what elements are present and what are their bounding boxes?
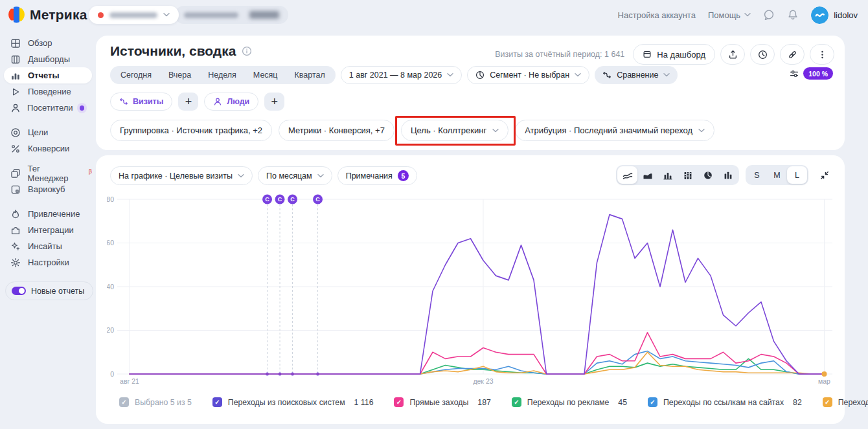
chart-type-stacked-area[interactable] — [637, 166, 657, 184]
sidebar-item-play[interactable]: Поведение — [4, 83, 92, 100]
sampling-badge: 100 % — [803, 67, 833, 80]
chat-icon[interactable] — [763, 9, 775, 21]
sidebar-item-sparkles[interactable]: Инсайты — [4, 238, 92, 254]
sidebar-item-layers[interactable]: Тег Менеджерβ — [4, 165, 92, 181]
chart-size-s[interactable]: S — [747, 166, 767, 184]
legend-label: Переходы с почтовых рассылок — [838, 398, 868, 407]
percent-icon — [10, 144, 21, 154]
metrika-logo-icon — [8, 6, 25, 23]
layers-icon — [10, 168, 21, 179]
chevron-down-icon — [744, 13, 751, 17]
sidebar-item-cube[interactable]: Вариокуб — [4, 181, 92, 197]
checkbox-icon[interactable]: ✓ — [394, 397, 404, 407]
filter-metrics[interactable]: Метрики · Конверсия, +7 — [279, 120, 394, 141]
checkbox-icon[interactable]: ✓ — [823, 397, 832, 407]
line-chart-icon — [622, 171, 633, 180]
chevron-down-icon — [317, 174, 324, 178]
collapse-chart-button[interactable] — [815, 166, 834, 184]
sidebar-item-label: Посетители — [27, 103, 73, 113]
compare-button[interactable]: Сравнение — [595, 66, 678, 84]
notes-count-badge: 5 — [398, 170, 409, 181]
metric-chip-label: Визиты — [133, 97, 163, 106]
history-button[interactable] — [750, 44, 775, 65]
date-range-picker[interactable]: 1 авг 2021 — 8 мар 2026 — [341, 66, 463, 84]
chart-type-pie-chart[interactable] — [698, 166, 718, 184]
sidebar-item-target[interactable]: Цели — [4, 124, 92, 140]
on-chart-selector[interactable]: На графике · Целевые визиты — [110, 166, 253, 185]
sliders-icon — [790, 69, 799, 78]
legend-label: Прямые заходы — [409, 398, 468, 407]
favicon-dot — [98, 12, 104, 18]
svg-text:40: 40 — [107, 283, 114, 291]
counter-tab-active[interactable] — [89, 6, 179, 24]
metric-chip-people[interactable]: Люди — [204, 93, 258, 111]
chart-type-stacked-bar[interactable] — [678, 166, 698, 184]
sidebar-item-dashboards[interactable]: Дашборды — [4, 51, 92, 67]
chart-type-line-chart[interactable] — [617, 166, 637, 184]
filter-grouping[interactable]: Группировка · Источник трафика, +2 — [110, 120, 272, 141]
sidebar-item-reports[interactable]: Отчеты — [4, 67, 92, 83]
metrika-logo[interactable]: Метрика — [8, 6, 87, 23]
checkbox-icon[interactable]: ✓ — [648, 397, 657, 407]
checkbox-icon[interactable]: ✓ — [212, 397, 222, 407]
checkbox-icon[interactable]: ✓ — [119, 397, 129, 407]
sidebar-item-puzzle[interactable]: Интеграции — [4, 222, 92, 238]
legend-item-select-all[interactable]: ✓Выбрано 5 из 5 — [119, 397, 192, 407]
on-chart-label: На графике · Целевые визиты — [119, 171, 233, 181]
filter-label: Группировка · Источник трафика, +2 — [120, 126, 262, 135]
add-metric-button[interactable]: + — [178, 93, 198, 111]
quick-range-4[interactable]: Квартал — [286, 66, 334, 84]
info-icon[interactable] — [242, 46, 252, 56]
new-reports-toggle[interactable]: Новые отчеты — [5, 281, 93, 300]
sidebar-item-person[interactable]: Посетители — [4, 100, 92, 116]
sidebar-item-label: Интеграции — [28, 225, 74, 235]
more-actions-button[interactable] — [810, 44, 834, 65]
filters-row: Группировка · Источник трафика, +2Метрик… — [110, 120, 714, 141]
legend-item-series-0[interactable]: ✓Переходы из поисковых систем1 116 — [212, 397, 374, 407]
sidebar-item-percent[interactable]: Конверсии — [4, 140, 92, 157]
sidebar-item-gear[interactable]: Настройки — [4, 254, 92, 270]
bell-icon[interactable] — [787, 9, 799, 21]
help-menu[interactable]: Помощь — [708, 10, 751, 20]
chart-size-switcher: SML — [746, 165, 808, 185]
sidebar-item-label: Конверсии — [28, 144, 69, 153]
chart-type-bar-chart[interactable] — [657, 166, 678, 184]
account-settings-link[interactable]: Настройка аккаунта — [618, 10, 696, 20]
granularity-selector[interactable]: По месяцам — [258, 166, 332, 185]
filter-attribution[interactable]: Атрибуция · Последний значимый переход — [515, 120, 714, 141]
sidebar-item-flame[interactable]: Привлечение — [4, 206, 92, 222]
segment-icon — [475, 71, 485, 80]
filter-label: Метрики · Конверсия, +7 — [288, 126, 385, 135]
legend-label: Переходы из поисковых систем — [228, 398, 345, 407]
legend-item-series-2[interactable]: ✓Переходы по рекламе45 — [512, 397, 627, 407]
sidebar-item-grid[interactable]: Обзор — [4, 35, 92, 51]
legend-item-series-4[interactable]: ✓Переходы с почтовых рассылок48 — [823, 397, 868, 407]
legend-label: Переходы по ссылкам на сайтах — [663, 398, 784, 407]
metric-chip-visits[interactable]: Визиты — [110, 93, 172, 111]
checkbox-icon[interactable]: ✓ — [512, 397, 521, 407]
add-people-metric-button[interactable]: + — [264, 93, 284, 111]
chart-canvas[interactable]: 806040200авг 21дек 23марCCCC — [107, 190, 835, 386]
notes-button[interactable]: Примечания 5 — [337, 166, 417, 185]
topbar: Метрика Настройка аккаунта Помощь lidolo… — [0, 0, 868, 30]
sampling-control[interactable]: 100 % — [790, 67, 833, 80]
toggle-label: Новые отчеты — [31, 287, 84, 296]
export-button[interactable] — [720, 44, 745, 65]
chart-size-m[interactable]: M — [767, 166, 787, 184]
quick-range-2[interactable]: Неделя — [200, 66, 245, 84]
legend-item-series-3[interactable]: ✓Переходы по ссылкам на сайтах82 — [648, 397, 802, 407]
chart-legend: ✓Выбрано 5 из 5✓Переходы из поисковых си… — [119, 397, 868, 407]
chart-size-l[interactable]: L — [787, 166, 807, 184]
redacted-counter-name — [184, 12, 238, 18]
quick-range-1[interactable]: Вчера — [160, 66, 200, 84]
filter-goal[interactable]: Цель · Коллтрекинг — [401, 120, 508, 141]
chart-type-column-chart[interactable] — [718, 166, 738, 184]
segment-picker[interactable]: Сегмент · Не выбран — [467, 66, 589, 84]
to-dashboard-button[interactable]: На дашборд — [633, 44, 715, 65]
legend-item-series-1[interactable]: ✓Прямые заходы187 — [394, 397, 490, 407]
quick-range-0[interactable]: Сегодня — [112, 66, 160, 84]
user-menu[interactable]: lidolov — [811, 6, 858, 24]
counter-tab-secondary[interactable] — [175, 6, 288, 24]
share-link-button[interactable] — [780, 44, 805, 65]
quick-range-3[interactable]: Месяц — [245, 66, 286, 84]
